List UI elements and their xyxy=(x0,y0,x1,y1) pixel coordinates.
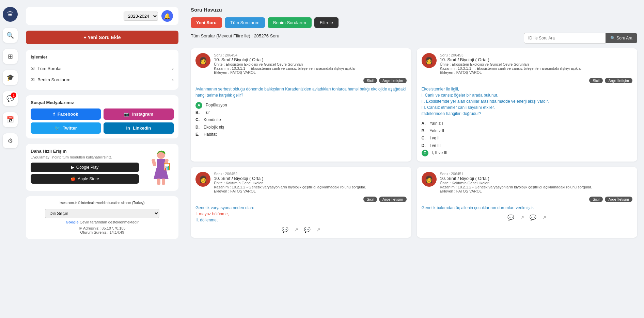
settings-icon-btn[interactable]: ⚙ xyxy=(3,133,18,148)
correct-a-icon: A xyxy=(195,102,202,109)
q4-share-icon[interactable]: ↗ xyxy=(520,214,524,221)
search-input[interactable] xyxy=(524,33,606,44)
q2-info: Soru : 206453 10. Sınıf / Biyoloji ( Ort… xyxy=(440,53,633,74)
search-icon-btn[interactable]: 🔍 xyxy=(3,28,18,43)
linkedin-button[interactable]: in Linkedin xyxy=(104,122,174,134)
q3-badge-sicil: Sicil xyxy=(363,197,377,202)
facebook-button[interactable]: f Facebook xyxy=(31,108,101,120)
twitter-icon: 🐦 xyxy=(54,125,60,131)
benim-sorularim-label: Benim Sorularım xyxy=(37,77,70,82)
grid-icon-btn[interactable]: ⊞ xyxy=(3,49,18,64)
q1-badge-sicil: Sicil xyxy=(363,78,377,83)
q1-option-e: E. Habitat xyxy=(195,131,407,138)
filtre-button[interactable]: Filtrele xyxy=(314,17,339,28)
quick-access-image xyxy=(143,149,174,186)
benim-sorularim-button[interactable]: Benim Sorularım xyxy=(268,17,312,28)
svg-rect-12 xyxy=(167,167,168,170)
quick-access-title: Daha Hızlı Erişim xyxy=(31,149,139,154)
q4-info: Soru : 206451 10. Sınıf / Biyoloji ( Ort… xyxy=(440,172,633,193)
benim-sorularim-arrow: › xyxy=(172,77,174,82)
q2-badge-sicil: Sicil xyxy=(589,78,603,83)
q4-avatar: 👩 xyxy=(422,172,437,187)
logo: 🏛 xyxy=(3,7,18,22)
quick-access-card: Daha Hızlı Erişim Uygulamayı indirip tüm… xyxy=(26,144,178,191)
tum-sorular-icon: ✉ xyxy=(31,66,35,71)
google-play-label: Google Play xyxy=(76,165,98,170)
search-button[interactable]: 🔍 Soru Ara xyxy=(606,33,637,43)
social-title: Sosyal Medyalarımız xyxy=(31,100,174,105)
question-card-1: 👩 Soru : 206454 10. Sınıf / Biyoloji ( O… xyxy=(191,48,411,162)
svg-rect-3 xyxy=(162,179,165,185)
tum-sorular-label: Tüm Sorular xyxy=(37,66,62,71)
q4-header: 👩 Soru : 206451 10. Sınıf / Biyoloji ( O… xyxy=(422,172,633,193)
q4-content: Genetik bakımdan üç ailenin çocuklarının… xyxy=(422,205,633,211)
q4-unite: Ünite : Kalıtımın Genel İlkeleri xyxy=(440,181,633,185)
benim-sorularim-icon: ✉ xyxy=(31,77,35,82)
translate-label: Google Çeviri tarafından desteklenmekted… xyxy=(31,220,174,224)
apple-store-button[interactable]: 🍎 Apple Store xyxy=(31,174,139,184)
q3-grade: 10. Sınıf / Biyoloji ( Orta ) xyxy=(214,176,407,181)
q3-id: Soru : 206452 xyxy=(214,172,407,176)
q1-option-b: B. Tür xyxy=(195,109,407,117)
correct-e-icon: E xyxy=(422,150,428,156)
q2-id: Soru : 206453 xyxy=(440,53,633,57)
q1-options: A Popülasyon B. Tür C. Komünite D. Ekolo… xyxy=(195,102,407,138)
google-play-button[interactable]: ▶ Google Play xyxy=(31,163,139,172)
tum-sorular-menu[interactable]: ✉ Tüm Sorular › xyxy=(31,63,174,74)
q2-options: A. Yalnız I B. Yalnız II C. I ve II D. I… xyxy=(422,120,633,157)
message-icon-btn[interactable]: 💬 1 xyxy=(3,91,18,106)
q1-option-d: D. Ekolojik niş xyxy=(195,124,407,131)
message-badge: 1 xyxy=(11,93,16,98)
q3-kazanim: Kazanım : 10.2.1.2 - Genetik varyasyonla… xyxy=(214,185,407,189)
instagram-icon: 📷 xyxy=(124,112,129,117)
q3-badges: Sicil Arge İletişim xyxy=(195,197,407,202)
google-text: Google xyxy=(66,220,79,224)
q4-id: Soru : 206451 xyxy=(440,172,633,176)
q2-option-d: D. I ve III xyxy=(422,142,633,150)
q4-actions: 💬 ↗ 💬 ↗ xyxy=(422,214,633,221)
year-select[interactable]: 2023-2024 2022-2023 xyxy=(124,12,158,21)
q3-comment-icon[interactable]: 💬 xyxy=(282,227,288,233)
q1-ekleyen: Ekleyen : FATOŞ VAROL xyxy=(214,70,407,74)
q1-content: Avlanmanın serbest olduğu dönemde balıkç… xyxy=(195,86,407,98)
benim-sorularim-menu[interactable]: ✉ Benim Sorularım › xyxy=(31,74,174,85)
bell-button[interactable]: 🔔 xyxy=(161,10,173,22)
tum-sorular-arrow: › xyxy=(172,66,174,71)
add-question-button[interactable]: + Yeni Soru Ekle xyxy=(26,31,178,44)
copyright-text: iwes.com.tr © interbrain world education… xyxy=(31,201,174,205)
q4-comment-icon[interactable]: 💬 xyxy=(507,214,514,221)
q3-bookmark-icon[interactable]: ↗ xyxy=(316,227,320,233)
main-content: Soru Havuzu Yeni Soru Tüm Sorularım Beni… xyxy=(184,0,644,318)
q2-option-a: A. Yalnız I xyxy=(422,120,633,128)
q2-grade: 10. Sınıf / Biyoloji ( Orta ) xyxy=(440,57,633,62)
q2-avatar: 👩 xyxy=(422,53,437,68)
graduation-icon-btn[interactable]: 🎓 xyxy=(3,70,18,85)
instagram-button[interactable]: 📷 Instagram xyxy=(104,108,174,120)
footer-info: iwes.com.tr © interbrain world education… xyxy=(26,196,178,239)
instagram-label: Instagram xyxy=(132,112,153,117)
sorular-info: Tüm Sorular (Mevcut Filtre ile) : 205276… xyxy=(191,33,279,38)
social-grid: f Facebook 📷 Instagram 🐦 Twitter in Link… xyxy=(31,108,174,134)
ip-text: IP Adresiniz : 85.107.70.183 xyxy=(31,226,174,230)
q3-like-icon[interactable]: 💬 xyxy=(304,227,311,233)
calendar-icon-btn[interactable]: 📅 xyxy=(3,112,18,127)
q4-like-icon[interactable]: 💬 xyxy=(530,214,536,221)
q3-share-icon[interactable]: ↗ xyxy=(294,227,298,233)
q1-avatar: 👩 xyxy=(195,53,210,68)
q1-option-c: C. Komünite xyxy=(195,116,407,124)
q2-unite: Ünite : Ekosistem Ekolojisi ve Güncel Çe… xyxy=(440,62,633,66)
tum-sorularim-button[interactable]: Tüm Sorularım xyxy=(225,17,265,28)
q4-badge-sicil: Sicil xyxy=(589,197,603,202)
dil-select[interactable]: Dili Seçin xyxy=(45,209,159,218)
yeni-soru-button[interactable]: Yeni Soru xyxy=(191,17,222,28)
quick-access-text: Daha Hızlı Erişim Uygulamayı indirip tüm… xyxy=(31,149,139,186)
q4-bookmark-icon[interactable]: ↗ xyxy=(542,214,546,221)
question-card-2: 👩 Soru : 206453 10. Sınıf / Biyoloji ( O… xyxy=(417,48,638,162)
quick-access-subtitle: Uygulamayı indirip tüm modülleri kullana… xyxy=(31,155,139,159)
islemler-title: İşlemler xyxy=(31,54,174,60)
q2-badge-arge: Arge İletişim xyxy=(605,78,632,83)
q2-ekleyen: Ekleyen : FATOŞ VAROL xyxy=(440,70,633,74)
q2-badges: Sicil Arge İletişim xyxy=(422,78,633,83)
q2-content: Ekosistemler ile ilgili, I. Canlı ve can… xyxy=(422,86,633,117)
twitter-button[interactable]: 🐦 Twitter xyxy=(31,122,101,134)
